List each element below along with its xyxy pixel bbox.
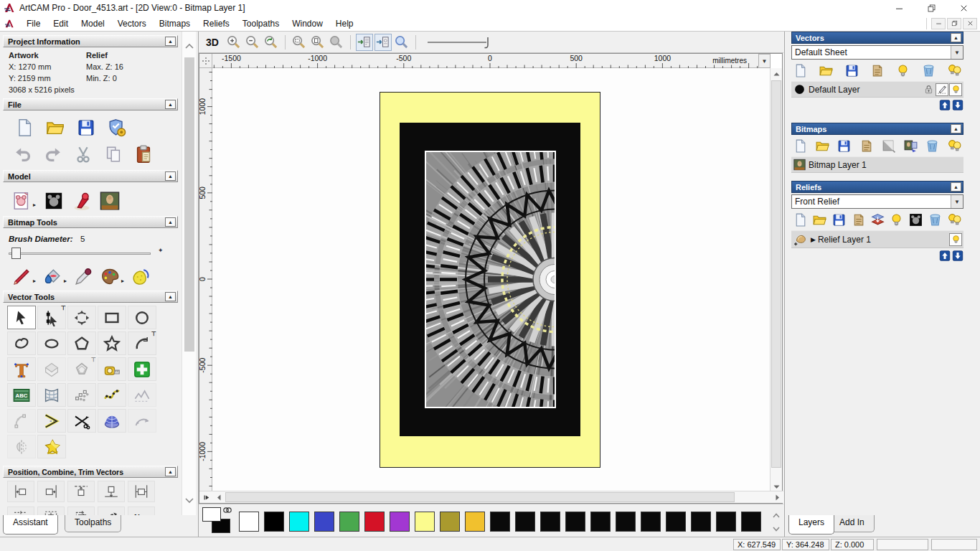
trim-vectors-button[interactable]: [67, 409, 96, 433]
delete-layer-button[interactable]: [928, 212, 943, 227]
create-star-button[interactable]: [98, 331, 126, 355]
paste-along-curve-button[interactable]: [67, 383, 96, 407]
position-header[interactable]: Position, Combine, Trim Vectors ▲: [3, 466, 178, 478]
tab-add-in[interactable]: Add In: [829, 515, 875, 532]
scrollbar-thumb[interactable]: [225, 492, 735, 502]
open-layer-button[interactable]: [819, 63, 834, 78]
ruler-unit-button[interactable]: ▼: [758, 54, 771, 68]
drawing-canvas[interactable]: [212, 68, 771, 492]
merge-layers-button[interactable]: [870, 63, 885, 78]
palette-swatch[interactable]: [490, 512, 510, 532]
bitmaps-header[interactable]: Bitmaps ▲: [791, 123, 963, 135]
door-artwork-yellow-border[interactable]: [380, 92, 600, 468]
menu-bitmaps[interactable]: Bitmaps: [153, 17, 197, 31]
open-model-button[interactable]: [45, 118, 65, 138]
palette-scroll-up-button[interactable]: [771, 509, 782, 522]
flood-fill-button[interactable]: ▸: [42, 267, 67, 287]
paste-button[interactable]: [133, 144, 154, 164]
save-layer-button[interactable]: [844, 63, 859, 78]
extrude-button[interactable]: [98, 409, 126, 433]
scrollbar-thumb[interactable]: [184, 57, 194, 352]
copy-button[interactable]: [103, 144, 123, 164]
file-header[interactable]: File ▲: [3, 98, 178, 110]
align-left-edge-button[interactable]: [7, 481, 34, 502]
palette-swatch[interactable]: [590, 512, 611, 532]
ruler-corner[interactable]: [199, 54, 212, 68]
new-layer-button[interactable]: [793, 212, 808, 227]
menu-vectors[interactable]: Vectors: [111, 17, 153, 31]
select-button[interactable]: [7, 306, 36, 329]
expand-arrow-icon[interactable]: ▶: [811, 236, 816, 243]
scroll-up-button[interactable]: [771, 68, 782, 80]
collapse-button[interactable]: ▲: [165, 37, 176, 46]
align-bottom-edge-button[interactable]: [98, 481, 125, 502]
door-artwork-black-panel[interactable]: [400, 123, 580, 436]
merge-layers-button[interactable]: [851, 212, 866, 227]
door-relief-bitmap[interactable]: [425, 151, 556, 408]
bitmap-tools-header[interactable]: Bitmap Tools ▲: [3, 216, 178, 228]
texture-flood-button[interactable]: [131, 267, 151, 287]
align-centre-width-button[interactable]: [128, 481, 155, 502]
relief-layer-row[interactable]: ▶ Relief Layer 1: [791, 230, 963, 248]
restore-button[interactable]: [915, 0, 948, 16]
model-wizard-button[interactable]: [107, 118, 127, 138]
free-form-button[interactable]: [128, 409, 156, 433]
layer-colour-icon[interactable]: [793, 83, 806, 95]
flyout-arrow-icon[interactable]: ▸: [33, 202, 36, 208]
palette-swatch[interactable]: [716, 512, 736, 532]
palette-swatch[interactable]: [390, 512, 410, 532]
toggle-bitmap-view-button[interactable]: [356, 34, 373, 51]
edit-model-button[interactable]: ▸: [11, 191, 36, 211]
menu-file[interactable]: File: [20, 17, 47, 31]
zoom-in-button[interactable]: [225, 34, 242, 51]
palette-scroll-down-button[interactable]: [771, 522, 782, 536]
mdi-restore-button[interactable]: [947, 18, 961, 29]
set-lighting-button[interactable]: [72, 191, 92, 211]
zoom-drawing-button[interactable]: [309, 34, 326, 51]
collapse-button[interactable]: ▲: [165, 100, 176, 109]
colour-link-icon[interactable]: [222, 506, 232, 514]
palette-button[interactable]: ▸: [100, 267, 124, 287]
offset-vector-button[interactable]: ⊤: [67, 357, 96, 381]
scroll-left-button[interactable]: [212, 491, 225, 503]
chevron-down-icon[interactable]: ▼: [951, 195, 963, 208]
delete-layer-button[interactable]: [921, 63, 936, 78]
menu-toolpaths[interactable]: Toolpaths: [236, 17, 286, 31]
greyscale-model-button[interactable]: [908, 212, 923, 227]
chevron-down-icon[interactable]: ▼: [951, 46, 963, 59]
merge-layers-button[interactable]: [859, 138, 874, 154]
palette-swatch[interactable]: [465, 512, 485, 532]
palette-swatch[interactable]: [415, 512, 435, 532]
palette-swatch[interactable]: [616, 512, 636, 532]
create-polygon-button[interactable]: [67, 331, 96, 355]
tab-assistant[interactable]: Assistant: [3, 515, 58, 534]
menu-reliefs[interactable]: Reliefs: [197, 17, 236, 31]
save-layer-button[interactable]: [837, 138, 852, 154]
measure-button[interactable]: [98, 357, 126, 381]
undo-button[interactable]: [13, 144, 33, 164]
assistant-scrollbar[interactable]: [182, 32, 196, 515]
fit-curve-to-points-button[interactable]: [98, 383, 126, 407]
palette-swatch[interactable]: [264, 512, 284, 532]
tab-layers[interactable]: Layers: [788, 515, 834, 534]
toggle-all-visibility-button[interactable]: [947, 63, 962, 78]
collapse-button[interactable]: ▲: [165, 292, 176, 301]
brush-diameter-slider[interactable]: [9, 253, 151, 255]
scroll-right-button[interactable]: [771, 491, 783, 503]
zoom-out-button[interactable]: [244, 34, 261, 51]
lock-layer-button[interactable]: [922, 83, 935, 96]
add-texture-button[interactable]: [100, 191, 120, 211]
align-right-edge-button[interactable]: [37, 481, 65, 502]
toggle-visibility-button[interactable]: [889, 212, 904, 227]
move-layer-up-button[interactable]: [939, 250, 951, 261]
toggle-all-visibility-button[interactable]: [947, 212, 962, 227]
model-header[interactable]: Model ▲: [3, 170, 178, 182]
palette-swatch[interactable]: [515, 512, 535, 532]
move-layer-down-button[interactable]: [952, 250, 963, 261]
palette-swatch[interactable]: [540, 512, 560, 532]
vector-doctor-button[interactable]: [128, 357, 156, 381]
redo-button[interactable]: [43, 144, 63, 164]
flyout-arrow-icon[interactable]: ▸: [121, 278, 124, 284]
palette-swatch[interactable]: [339, 512, 359, 532]
collapse-button[interactable]: ▲: [165, 467, 176, 476]
